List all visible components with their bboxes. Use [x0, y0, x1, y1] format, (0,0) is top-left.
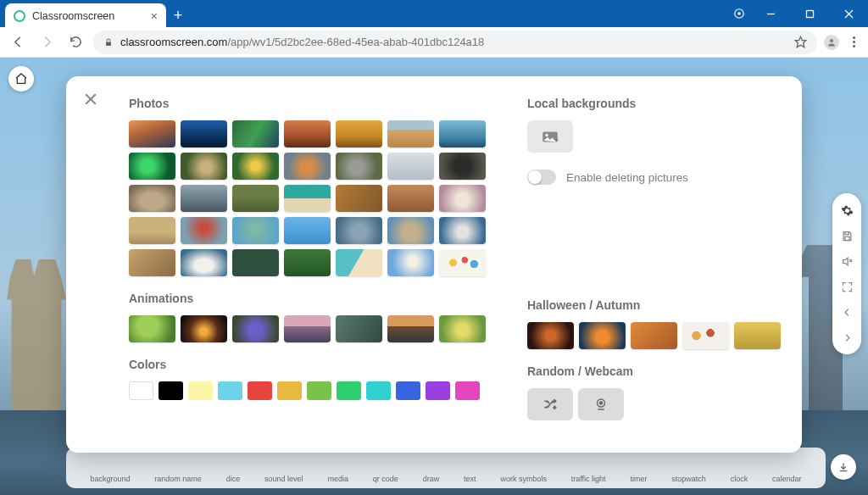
widget-clock[interactable]: clock [731, 475, 748, 483]
prev-screen-icon[interactable] [835, 300, 859, 324]
bg-thumb-brandenburg[interactable] [387, 217, 434, 244]
save-icon[interactable] [835, 224, 859, 248]
new-tab-button[interactable]: + [166, 3, 190, 27]
bg-thumb-spring-field[interactable] [439, 315, 486, 342]
bg-thumb-open-book[interactable] [181, 249, 227, 276]
bg-thumb-fox[interactable] [284, 153, 331, 180]
bg-thumb-golden-gate[interactable] [181, 217, 227, 244]
bg-thumb-taj-mahal[interactable] [439, 185, 486, 212]
bg-thumb-petra[interactable] [387, 185, 434, 212]
widget-work-symbols[interactable]: work symbols [500, 475, 547, 483]
back-button[interactable] [7, 31, 29, 53]
widget-qr-code[interactable]: qr code [373, 475, 398, 483]
bg-thumb-pyramids[interactable] [129, 217, 175, 244]
bg-thumb-golden-coast[interactable] [336, 120, 382, 147]
widget-dice[interactable]: dice [226, 475, 241, 483]
color-swatch[interactable] [248, 381, 272, 400]
color-swatch[interactable] [455, 381, 480, 400]
widget-calendar[interactable]: calendar [772, 475, 802, 483]
webcam-button[interactable] [578, 388, 624, 420]
widget-stopwatch[interactable]: stopwatch [671, 475, 706, 483]
browser-menu-button[interactable] [846, 36, 861, 47]
bg-thumb-pyramid-mexico[interactable] [232, 185, 279, 212]
widget-traffic-light[interactable]: traffic light [571, 475, 606, 483]
bg-thumb-chalkboard[interactable] [232, 249, 279, 276]
tab-close-icon[interactable]: × [151, 9, 158, 23]
bg-thumb-squirrel[interactable] [181, 153, 227, 180]
color-swatch[interactable] [426, 381, 450, 400]
bg-thumb-moon[interactable] [387, 249, 434, 276]
delete-toggle[interactable] [527, 170, 556, 185]
reload-button[interactable] [64, 31, 86, 53]
bg-thumb-canyon[interactable] [284, 120, 331, 147]
forward-button[interactable] [36, 31, 58, 53]
next-screen-icon[interactable] [835, 325, 859, 349]
bg-thumb-grass[interactable] [284, 249, 331, 276]
widget-random-name[interactable]: random name [154, 475, 202, 483]
bg-thumb-blue-sky[interactable] [284, 217, 331, 244]
widget-sound-level[interactable]: sound level [264, 475, 303, 483]
bg-thumb-sydney[interactable] [439, 217, 486, 244]
download-button[interactable] [831, 454, 856, 480]
bg-thumb-campfire[interactable] [181, 315, 227, 342]
bg-thumb-mountain-sunset[interactable] [129, 120, 175, 147]
bg-thumb-colosseum[interactable] [129, 185, 175, 212]
widget-background[interactable]: background [90, 475, 130, 483]
bg-thumb-balloons[interactable] [439, 249, 486, 276]
bg-thumb-leaves-white[interactable] [682, 322, 729, 349]
bg-thumb-beach-top[interactable] [336, 249, 382, 276]
bg-thumb-lighthouse[interactable] [284, 315, 331, 342]
bg-thumb-pumpkin[interactable] [579, 322, 626, 349]
widget-timer[interactable]: timer [630, 475, 647, 483]
bg-thumb-mountain-gray[interactable] [181, 185, 227, 212]
color-swatch[interactable] [366, 381, 391, 400]
bg-thumb-statue-liberty[interactable] [232, 217, 279, 244]
bg-thumb-music-vintage[interactable] [129, 249, 175, 276]
address-bar[interactable]: classroomscreen.com/app/wv1/5d2bc2ee-68e… [93, 31, 817, 54]
bg-thumb-iceberg[interactable] [439, 120, 486, 147]
bg-thumb-tower-bridge[interactable] [336, 217, 382, 244]
bg-thumb-bluebells[interactable] [232, 315, 279, 342]
color-swatch[interactable] [218, 381, 242, 400]
bg-thumb-tropical-sunset[interactable] [387, 315, 434, 342]
bg-thumb-leaf-macro[interactable] [631, 322, 677, 349]
random-button[interactable] [527, 388, 573, 420]
mute-icon[interactable] [835, 249, 859, 273]
bg-thumb-desert[interactable] [387, 120, 434, 147]
home-button[interactable] [8, 66, 34, 92]
bg-thumb-panther[interactable] [439, 153, 486, 180]
identity-icon[interactable] [727, 0, 751, 27]
close-modal-button[interactable] [80, 88, 102, 110]
profile-avatar[interactable] [824, 35, 839, 50]
bg-thumb-butterfly[interactable] [232, 153, 279, 180]
upload-local-button[interactable]: + [527, 120, 573, 153]
bg-thumb-parrot[interactable] [129, 153, 175, 180]
widget-media[interactable]: media [327, 475, 348, 483]
color-swatch[interactable] [396, 381, 420, 400]
browser-tab[interactable]: Classroomscreen × [5, 3, 166, 29]
color-swatch[interactable] [188, 381, 213, 400]
bg-thumb-halloween-street[interactable] [527, 322, 574, 349]
widget-text[interactable]: text [464, 475, 476, 483]
bg-thumb-waterfall[interactable] [336, 315, 382, 342]
window-maximize-button[interactable] [790, 0, 829, 27]
color-swatch[interactable] [277, 381, 302, 400]
star-icon[interactable] [794, 36, 807, 48]
bg-thumb-green-cliff[interactable] [232, 120, 279, 147]
fullscreen-icon[interactable] [835, 275, 859, 298]
window-close-button[interactable] [829, 0, 868, 27]
bg-thumb-yellow-field[interactable] [734, 322, 781, 349]
color-swatch[interactable] [337, 381, 361, 400]
settings-icon[interactable] [835, 198, 859, 222]
bg-thumb-koala[interactable] [336, 153, 382, 180]
bg-thumb-autumn-forest[interactable] [336, 185, 382, 212]
bg-thumb-blue-mountain[interactable] [181, 120, 227, 147]
bg-thumb-birds[interactable] [387, 153, 434, 180]
color-swatch[interactable] [129, 381, 153, 400]
bg-thumb-green-leaves[interactable] [129, 315, 175, 342]
widget-draw[interactable]: draw [423, 475, 440, 483]
color-swatch[interactable] [159, 381, 183, 400]
bg-thumb-beach[interactable] [284, 185, 331, 212]
color-swatch[interactable] [307, 381, 331, 400]
window-minimize-button[interactable] [751, 0, 790, 27]
